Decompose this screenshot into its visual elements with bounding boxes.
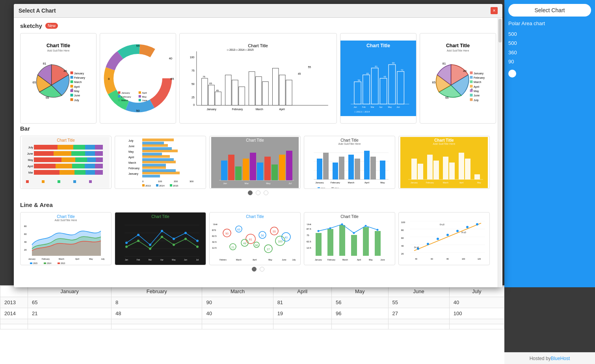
val-2014-may: 96 — [331, 308, 388, 319]
sketchy-donut-thumb[interactable]: Chart Title Add SubTitle Here 55 40 65 8 — [100, 33, 176, 124]
svg-text:Jan: Jan — [125, 259, 128, 261]
svg-text:January: January — [206, 108, 216, 111]
svg-text:(x,y): (x,y) — [440, 223, 444, 225]
sketchy-section-title: sketchy New — [20, 22, 496, 29]
svg-rect-230 — [331, 187, 334, 188]
sketchy-bar-blue-thumb[interactable]: Chart Title 56 65 81 48 90 72 □ — [340, 33, 416, 124]
svg-text:Add SubTitle Here: Add SubTitle Here — [447, 49, 469, 52]
line-page-1-dot[interactable] — [252, 267, 257, 272]
svg-rect-178 — [142, 169, 176, 172]
bar-grouped-gray-thumb[interactable]: Chart Title Add SubTitle Here — [304, 136, 395, 189]
val-2014-mar: 40 — [202, 308, 273, 319]
svg-text:Mar: Mar — [28, 171, 33, 174]
svg-text:Jun: Jun — [184, 259, 187, 261]
new-badge: New — [45, 23, 58, 29]
svg-rect-357 — [400, 213, 488, 264]
svg-text:June: June — [142, 99, 147, 102]
svg-text:(x,y): (x,y) — [461, 231, 466, 233]
sketchy-pie-thumb[interactable]: Chart Title Add SubTitle Here 40 8 55 65… — [20, 33, 97, 124]
svg-rect-215 — [323, 153, 329, 179]
bar-page-1-dot[interactable] — [248, 190, 253, 195]
hosted-by-text: Hosted by — [530, 356, 551, 361]
svg-text:June: June — [74, 94, 80, 97]
svg-point-374 — [466, 226, 469, 228]
svg-rect-111 — [470, 80, 473, 83]
svg-rect-17 — [71, 94, 73, 96]
svg-rect-342 — [351, 235, 357, 256]
bar-horizontal-thumb[interactable]: July June May April March February Janua… — [115, 136, 206, 189]
line-page-2-dot[interactable] — [260, 267, 264, 272]
svg-text:May: May — [477, 181, 481, 184]
svg-text:2013: 2013 — [61, 262, 65, 264]
sketchy-grouped-bar-thumb[interactable]: Chart Title □ 2013 □ 2014 □ 2015 — [179, 33, 337, 124]
svg-text:February: February — [426, 181, 434, 184]
svg-text:□ 2013 □ 2014: □ 2013 □ 2014 — [354, 110, 370, 113]
svg-rect-123 — [34, 145, 58, 150]
bar-page-3-dot[interactable] — [264, 190, 268, 195]
scrollbar[interactable] — [498, 18, 502, 287]
svg-rect-62 — [279, 75, 285, 105]
svg-text:75: 75 — [203, 76, 205, 78]
svg-text:65: 65 — [237, 228, 240, 231]
svg-point-289 — [196, 246, 199, 248]
svg-rect-44 — [139, 95, 141, 98]
svg-text:Chart Title: Chart Title — [366, 43, 390, 48]
svg-rect-222 — [380, 161, 385, 179]
bar-grouped-yellow-thumb[interactable]: Chart Title Add SubTitle Here January — [398, 136, 490, 189]
svg-rect-199 — [264, 157, 271, 180]
bar-label: Bar — [20, 125, 30, 132]
value-3: 360 — [508, 48, 591, 57]
svg-text:March: March — [348, 181, 355, 184]
svg-rect-11 — [71, 80, 73, 83]
modal-body: sketchy New Chart Title Add SubTitle Her… — [14, 18, 502, 287]
svg-rect-19 — [71, 98, 73, 101]
svg-rect-175 — [142, 153, 162, 155]
svg-text:40: 40 — [24, 241, 27, 243]
svg-text:40: 40 — [463, 69, 467, 73]
svg-rect-138 — [34, 164, 56, 168]
svg-text:April: April — [253, 259, 257, 261]
select-chart-button[interactable]: Select Chart — [508, 4, 591, 17]
svg-rect-132 — [95, 151, 103, 156]
bluehost-link[interactable]: BlueHost — [551, 356, 570, 361]
area-multi-thumb[interactable]: Chart Title Add SubTitle Here 80 60 40 2… — [20, 212, 112, 265]
svg-text:July: July — [101, 258, 105, 260]
svg-text:March: March — [74, 81, 82, 83]
spreadsheet: January February March April May June Ju… — [0, 285, 504, 364]
svg-rect-201 — [279, 155, 285, 180]
svg-text:80: 80 — [24, 225, 27, 227]
svg-text:March: March — [121, 99, 128, 102]
bar-grouped-colorful-thumb[interactable]: Chart Title Jan Mar May — [209, 136, 301, 189]
svg-text:June: June — [27, 152, 33, 155]
bar-stacked-colorful-thumb[interactable]: Chart Title — [20, 136, 112, 189]
svg-text:May: May — [74, 90, 80, 93]
val-2014-jun: 27 — [388, 308, 449, 319]
year-2014: 2014 — [0, 308, 28, 319]
svg-text:2014: 2014 — [335, 187, 339, 188]
line-area-label: Line & Area — [20, 201, 53, 208]
svg-text:Chart Title: Chart Title — [46, 43, 70, 48]
svg-text:81: 81 — [443, 62, 446, 65]
svg-text:60: 60 — [24, 233, 27, 235]
svg-text:January: January — [28, 258, 35, 260]
value-2: 500 — [508, 39, 591, 48]
line-bar-combo-thumb[interactable]: Chart Title Unit 87.5 75 62.5 12.5 — [304, 212, 395, 265]
svg-text:50: 50 — [136, 109, 140, 113]
bar-pagination — [20, 190, 496, 195]
svg-text:February: February — [327, 259, 336, 261]
svg-rect-119 — [470, 98, 473, 101]
scroll-thumb — [498, 19, 502, 42]
bar-page-2-dot[interactable] — [256, 190, 260, 195]
svg-text:March: March — [443, 181, 448, 184]
svg-rect-344 — [375, 231, 381, 256]
modal-close-button[interactable]: × — [491, 7, 498, 14]
line-dark-thumb[interactable]: Chart Title — [115, 212, 206, 265]
svg-rect-38 — [118, 95, 120, 98]
line-bubble-thumb[interactable]: Chart Title Unit 870 62.5 42.5 12.5 90 6… — [209, 212, 301, 265]
sketchy-pie2-thumb[interactable]: Chart Title Add SubTitle Here 40 8 55 — [420, 33, 496, 124]
svg-rect-115 — [470, 89, 473, 92]
line-scatter-thumb[interactable]: 100 80 60 40 20 — [398, 212, 490, 265]
value-1: 500 — [508, 30, 591, 39]
svg-rect-198 — [257, 163, 263, 180]
svg-rect-170 — [142, 161, 176, 163]
